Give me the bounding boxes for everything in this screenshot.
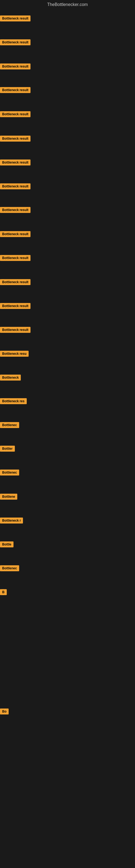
bottleneck-badge[interactable]: Bottlenec (0, 422, 19, 428)
bottleneck-badge[interactable]: Bottleneck res (0, 398, 27, 404)
list-item: Bottleneck result (0, 39, 31, 46)
list-item: Bottleneck result (0, 135, 31, 143)
list-item: Bottle (0, 541, 13, 549)
bottleneck-badge[interactable]: Bottler (0, 446, 15, 452)
bottleneck-badge[interactable]: Bottleneck r (0, 518, 23, 524)
list-item: Bottleneck result (0, 231, 31, 238)
list-item: Bottleneck result (0, 87, 31, 94)
list-item: Bottleneck result (0, 111, 31, 118)
list-item: Bottleneck (0, 375, 21, 382)
list-item: Bottleneck result (0, 303, 31, 310)
list-item: Bottlene (0, 494, 17, 501)
bottleneck-badge[interactable]: Bottleneck result (0, 255, 31, 261)
list-item: Bottleneck result (0, 327, 31, 334)
bottleneck-badge[interactable]: Bottleneck result (0, 231, 31, 237)
list-item: Bottlenec (0, 565, 19, 572)
bottleneck-badge[interactable]: Bottleneck result (0, 183, 31, 189)
list-item: Bottleneck result (0, 255, 31, 262)
list-item: Bottleneck result (0, 63, 31, 70)
bottleneck-badge[interactable]: Bottleneck result (0, 207, 31, 213)
bottleneck-badge[interactable]: B (0, 589, 7, 595)
bottleneck-badge[interactable]: Bottleneck result (0, 111, 31, 117)
bottleneck-badge[interactable]: Bottle (0, 541, 13, 547)
bottleneck-badge[interactable]: Bottleneck result (0, 87, 31, 93)
list-item: Bottleneck result (0, 183, 31, 190)
list-item: B (0, 589, 7, 596)
bottleneck-badge[interactable]: Bottleneck result (0, 63, 31, 69)
list-item: Bottleneck resu (0, 351, 29, 358)
bottleneck-badge[interactable]: Bottleneck result (0, 159, 31, 165)
site-title: TheBottlenecker.com (0, 0, 135, 10)
bottleneck-badge[interactable]: Bottleneck result (0, 279, 31, 285)
list-item: Bottlenec (0, 422, 19, 429)
list-item: Bo (0, 709, 9, 716)
list-item: Bottleneck r (0, 518, 23, 525)
list-item: Bottleneck result (0, 159, 31, 166)
list-item: Bottleneck res (0, 398, 27, 405)
list-item: Bottleneck result (0, 16, 31, 23)
bottleneck-badge[interactable]: Bottlenec (0, 565, 19, 571)
bottleneck-badge[interactable]: Bottleneck (0, 375, 21, 380)
list-item: Bottler (0, 446, 15, 453)
bottleneck-badge[interactable]: Bottleneck result (0, 39, 31, 45)
bottleneck-badge[interactable]: Bottleneck result (0, 135, 31, 142)
bottleneck-badge[interactable]: Bottlene (0, 494, 17, 500)
list-item: Bottleneck result (0, 279, 31, 286)
bottleneck-badge[interactable]: Bottleneck result (0, 303, 31, 309)
bottleneck-badge[interactable]: Bottleneck resu (0, 351, 29, 357)
bottleneck-badge[interactable]: Bo (0, 709, 9, 714)
list-item: Bottleneck result (0, 207, 31, 214)
bottleneck-badge[interactable]: Bottleneck result (0, 16, 31, 22)
bottleneck-badge[interactable]: Bottlenec (0, 469, 19, 475)
list-item: Bottlenec (0, 469, 19, 476)
bottleneck-badge[interactable]: Bottleneck result (0, 327, 31, 333)
